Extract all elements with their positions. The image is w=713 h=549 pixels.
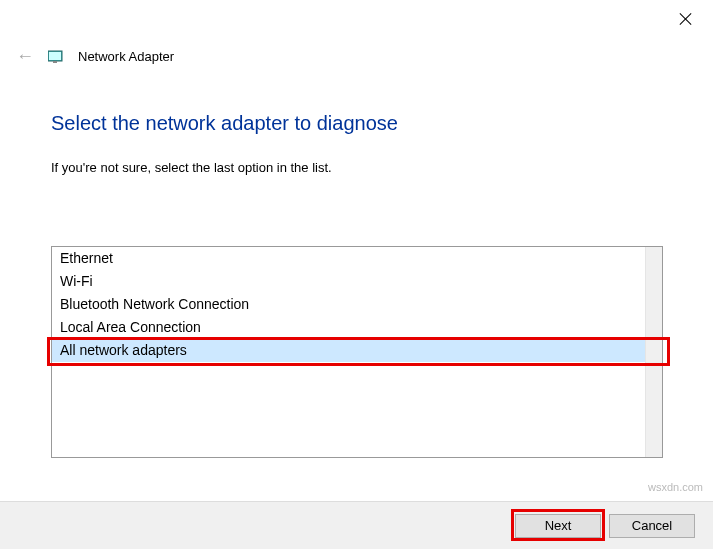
window-title: Network Adapter: [78, 49, 174, 64]
list-item[interactable]: Ethernet: [52, 247, 662, 270]
next-button[interactable]: Next: [515, 514, 601, 538]
watermark: wsxdn.com: [648, 481, 703, 493]
back-arrow-icon[interactable]: ←: [16, 46, 34, 67]
list-item-selected[interactable]: All network adapters: [52, 339, 662, 362]
cancel-button[interactable]: Cancel: [609, 514, 695, 538]
list-item[interactable]: Local Area Connection: [52, 316, 662, 339]
scrollbar[interactable]: [645, 247, 662, 457]
list-item[interactable]: Wi-Fi: [52, 270, 662, 293]
header: ← Network Adapter: [16, 46, 174, 67]
adapter-list: Ethernet Wi-Fi Bluetooth Network Connect…: [51, 246, 663, 458]
page-heading: Select the network adapter to diagnose: [51, 112, 398, 135]
page-subtext: If you're not sure, select the last opti…: [51, 160, 332, 175]
network-adapter-icon: [48, 50, 64, 64]
svg-rect-2: [53, 61, 57, 63]
svg-rect-1: [49, 52, 61, 60]
close-icon[interactable]: [679, 12, 693, 26]
list-item[interactable]: Bluetooth Network Connection: [52, 293, 662, 316]
footer: Next Cancel: [0, 501, 713, 549]
